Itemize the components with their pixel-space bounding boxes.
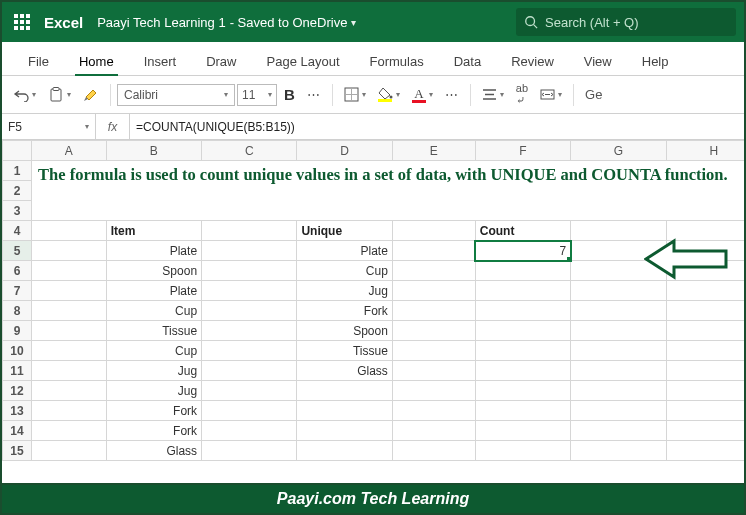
app-launcher-icon[interactable]	[14, 14, 30, 30]
font-size-select[interactable]: 11 ▾	[237, 84, 277, 106]
cell[interactable]: Jug	[106, 381, 201, 401]
tab-page-layout[interactable]: Page Layout	[253, 48, 354, 75]
cell[interactable]: Plate	[106, 281, 201, 301]
row-header[interactable]: 14	[3, 421, 32, 441]
cell[interactable]: Glass	[297, 361, 392, 381]
row-header[interactable]: 4	[3, 221, 32, 241]
cell[interactable]: Count	[475, 221, 570, 241]
cell[interactable]: Cup	[297, 261, 392, 281]
footer: Paayi.com Tech Learning	[2, 483, 744, 513]
search-input[interactable]: Search (Alt + Q)	[516, 8, 736, 36]
cell-selected[interactable]: 7	[475, 241, 570, 261]
col-header[interactable]: H	[666, 141, 744, 161]
cell[interactable]: Unique	[297, 221, 392, 241]
tab-formulas[interactable]: Formulas	[356, 48, 438, 75]
cell[interactable]: Tissue	[297, 341, 392, 361]
name-box[interactable]: F5 ▾	[2, 114, 96, 139]
more-font-button[interactable]: ⋯	[302, 84, 326, 105]
number-format-button[interactable]: Ge	[580, 84, 607, 105]
number-format-label: Ge	[585, 87, 602, 102]
ellipsis-icon: ⋯	[445, 87, 459, 102]
select-all-corner[interactable]	[3, 141, 32, 161]
row-header[interactable]: 12	[3, 381, 32, 401]
row-header[interactable]: 15	[3, 441, 32, 461]
row-header[interactable]: 5	[3, 241, 32, 261]
row-header[interactable]: 10	[3, 341, 32, 361]
row-header[interactable]: 8	[3, 301, 32, 321]
svg-line-1	[534, 25, 538, 29]
cell[interactable]: Tissue	[106, 321, 201, 341]
fill-color-button[interactable]: ▾	[373, 84, 405, 105]
cell[interactable]: Spoon	[297, 321, 392, 341]
row-header[interactable]: 3	[3, 201, 32, 221]
tab-home[interactable]: Home	[65, 48, 128, 75]
cell[interactable]: Fork	[106, 401, 201, 421]
chevron-down-icon: ▾	[85, 122, 89, 131]
cell[interactable]: Cup	[106, 301, 201, 321]
sheet-area[interactable]: A B C D E F G H 1 The formula is used to…	[2, 140, 744, 483]
row-header[interactable]: 2	[3, 181, 32, 201]
font-name: Calibri	[124, 88, 158, 102]
tab-view[interactable]: View	[570, 48, 626, 75]
col-header[interactable]: F	[475, 141, 570, 161]
formula-bar: F5 ▾ fx =COUNTA(UNIQUE(B5:B15))	[2, 114, 744, 140]
tab-data[interactable]: Data	[440, 48, 495, 75]
col-header[interactable]: E	[392, 141, 475, 161]
cell[interactable]: Jug	[106, 361, 201, 381]
merge-button[interactable]: ▾	[535, 85, 567, 104]
col-header[interactable]: G	[571, 141, 666, 161]
chevron-down-icon: ▾	[558, 90, 562, 99]
cell[interactable]: Plate	[106, 241, 201, 261]
font-name-select[interactable]: Calibri ▾	[117, 84, 235, 106]
row-header[interactable]: 1	[3, 161, 32, 181]
tab-review[interactable]: Review	[497, 48, 568, 75]
tab-draw[interactable]: Draw	[192, 48, 250, 75]
paste-button[interactable]: ▾	[43, 84, 76, 106]
tab-file[interactable]: File	[14, 48, 63, 75]
arrow-left-icon	[644, 238, 730, 280]
fx-icon[interactable]: fx	[96, 114, 130, 139]
row-header[interactable]: 9	[3, 321, 32, 341]
row-header[interactable]: 7	[3, 281, 32, 301]
more-format-button[interactable]: ⋯	[440, 84, 464, 105]
chevron-down-icon: ▾	[396, 90, 400, 99]
font-color-button[interactable]: A ▾	[407, 84, 438, 106]
doc-title[interactable]: Paayi Tech Learning 1 - Saved to OneDriv…	[97, 15, 356, 30]
align-button[interactable]: ▾	[477, 85, 509, 104]
wrap-text-icon: ab⤶	[516, 82, 528, 107]
ellipsis-icon: ⋯	[307, 87, 321, 102]
formula-input[interactable]: =COUNTA(UNIQUE(B5:B15))	[130, 114, 744, 139]
cell[interactable]: Fork	[297, 301, 392, 321]
cell[interactable]: Spoon	[106, 261, 201, 281]
merge-icon	[540, 88, 555, 101]
cell[interactable]: Jug	[297, 281, 392, 301]
row-header[interactable]: 13	[3, 401, 32, 421]
cell[interactable]: Plate	[297, 241, 392, 261]
col-header[interactable]: D	[297, 141, 392, 161]
col-header[interactable]: B	[106, 141, 201, 161]
row-header[interactable]: 11	[3, 361, 32, 381]
chevron-down-icon: ▾	[351, 17, 356, 28]
borders-button[interactable]: ▾	[339, 84, 371, 105]
doc-name: Paayi Tech Learning 1	[97, 15, 225, 30]
tab-help[interactable]: Help	[628, 48, 683, 75]
cell[interactable]: Item	[106, 221, 201, 241]
cell[interactable]: Glass	[106, 441, 201, 461]
fill-swatch	[378, 99, 392, 102]
format-painter-button[interactable]	[78, 84, 104, 106]
search-placeholder: Search (Alt + Q)	[545, 15, 639, 30]
undo-icon	[13, 88, 29, 102]
ribbon-tabs: File Home Insert Draw Page Layout Formul…	[2, 42, 744, 76]
col-header[interactable]: A	[32, 141, 107, 161]
col-header[interactable]: C	[202, 141, 297, 161]
bold-button[interactable]: B	[279, 83, 300, 106]
app-name: Excel	[44, 14, 83, 31]
spreadsheet-grid: A B C D E F G H 1 The formula is used to…	[2, 140, 744, 461]
wrap-text-button[interactable]: ab⤶	[511, 79, 533, 110]
row-header[interactable]: 6	[3, 261, 32, 281]
cell[interactable]: Fork	[106, 421, 201, 441]
cell[interactable]: Cup	[106, 341, 201, 361]
tab-insert[interactable]: Insert	[130, 48, 191, 75]
undo-button[interactable]: ▾	[8, 85, 41, 105]
chevron-down-icon: ▾	[224, 90, 228, 99]
